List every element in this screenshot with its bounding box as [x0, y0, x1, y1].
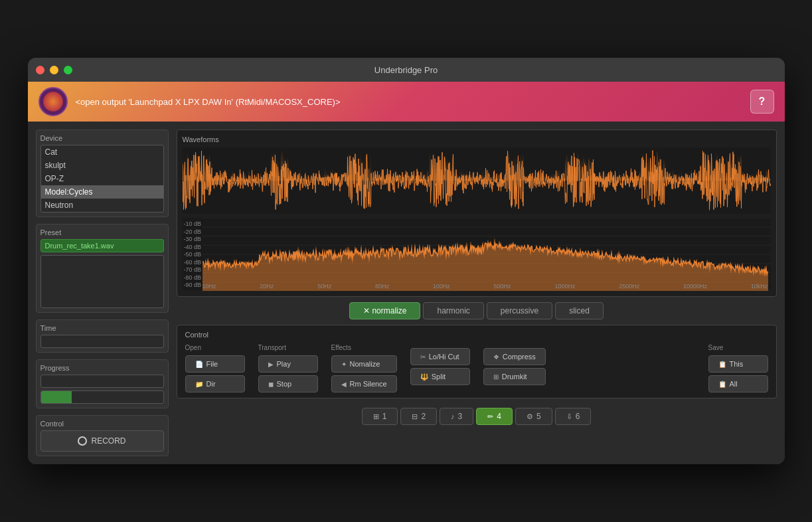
save-all-button[interactable]: 📋 All	[708, 375, 768, 392]
control-panel: Control Open 📄 File 📁 Dir	[177, 325, 777, 398]
control-group-effects3: ❖ Compress ⊞ Drumkit	[483, 344, 546, 385]
preset-section: Preset	[36, 224, 169, 313]
preset-label: Preset	[41, 228, 164, 236]
tab-4-label: 4	[497, 412, 501, 421]
record-label: RECORD	[91, 436, 125, 446]
device-item-neutron[interactable]: Neutron	[41, 199, 163, 212]
dir-button[interactable]: 📁 Dir	[185, 375, 245, 392]
time-section: Time	[36, 319, 169, 353]
normalize-button[interactable]: ✦ Nomalize	[331, 355, 397, 373]
header-bar: <open output 'Launchpad X LPX DAW In' (R…	[28, 82, 785, 122]
waveform-spectrum: -10 dB -20 dB -30 dB -40 dB -50 dB -60 d…	[183, 218, 771, 291]
control-group-effects: Effects ✦ Nomalize ◀ Rm Silence	[331, 344, 397, 392]
compress-icon: ❖	[493, 353, 499, 361]
save-this-button[interactable]: 📋 This	[708, 355, 768, 373]
tab-2[interactable]: ⊟ 2	[400, 408, 437, 425]
main-window: Underbridge Pro <open output 'Launchpad …	[28, 58, 785, 464]
tab-1-label: 1	[382, 412, 387, 421]
control-group-transport: Transport ▶ Play ◼ Stop	[258, 344, 318, 392]
tab-sliced[interactable]: sliced	[555, 302, 604, 319]
device-item-modelcycles[interactable]: Model:Cycles	[41, 185, 163, 199]
tab-3[interactable]: ♪ 3	[440, 408, 473, 425]
preset-input[interactable]	[41, 239, 164, 252]
split-button[interactable]: 🔱 Split	[410, 368, 470, 385]
dir-icon: 📁	[195, 381, 203, 388]
device-list: Cat skulpt OP-Z Model:Cycles Neutron	[41, 145, 164, 213]
waveform-canvas	[183, 147, 771, 214]
normalize-label: Nomalize	[350, 360, 380, 368]
main-content: Device Cat skulpt OP-Z Model:Cycles Neut…	[28, 122, 785, 464]
record-button[interactable]: RECORD	[41, 430, 164, 452]
play-icon: ▶	[268, 361, 274, 368]
tab-1-icon: ⊞	[373, 412, 379, 421]
progress-input[interactable]	[41, 375, 164, 388]
stop-label: Stop	[277, 380, 292, 388]
tab-5-label: 5	[536, 412, 541, 421]
play-button[interactable]: ▶ Play	[258, 355, 318, 373]
drumkit-button[interactable]: ⊞ Drumkit	[483, 368, 546, 385]
open-group-label: Open	[185, 344, 245, 351]
rm-silence-button[interactable]: ◀ Rm Silence	[331, 375, 397, 392]
left-panel: Device Cat skulpt OP-Z Model:Cycles Neut…	[36, 130, 169, 456]
tab-5[interactable]: ⚙ 5	[515, 408, 552, 425]
transport-group-label: Transport	[258, 344, 318, 351]
device-item-opz[interactable]: OP-Z	[41, 172, 163, 185]
tab-3-label: 3	[458, 412, 463, 421]
lohi-icon: ✂	[420, 353, 426, 361]
logo	[39, 87, 68, 116]
titlebar: Underbridge Pro	[28, 58, 785, 82]
file-label: File	[206, 360, 218, 368]
tab-6-icon: ⇩	[566, 412, 572, 421]
control-panel-label: Control	[185, 331, 768, 339]
save-all-icon: 📋	[718, 381, 726, 388]
tab-5-icon: ⚙	[527, 412, 533, 421]
logo-inner	[43, 92, 63, 112]
help-button[interactable]: ?	[750, 90, 774, 114]
left-control-section: Control RECORD	[36, 415, 169, 456]
tab-2-icon: ⊟	[412, 412, 418, 421]
tab-4-icon: ✏	[487, 412, 493, 421]
tab-4[interactable]: ✏ 4	[476, 408, 513, 425]
compress-button[interactable]: ❖ Compress	[483, 348, 546, 365]
split-icon: 🔱	[420, 373, 428, 381]
file-button[interactable]: 📄 File	[185, 355, 245, 373]
minimize-button[interactable]	[50, 66, 58, 74]
tab-2-label: 2	[421, 412, 426, 421]
device-section: Device Cat skulpt OP-Z Model:Cycles Neut…	[36, 130, 169, 217]
progress-bar-fill	[41, 391, 72, 403]
stop-icon: ◼	[268, 381, 274, 388]
tab-normalize[interactable]: ✕ normalize	[349, 302, 420, 319]
device-item-skulpt[interactable]: skulpt	[41, 159, 163, 172]
progress-label: Progress	[41, 364, 164, 372]
waveform-label: Waveforms	[183, 135, 771, 143]
stop-button[interactable]: ◼ Stop	[258, 375, 318, 392]
left-control-label: Control	[41, 420, 164, 428]
device-label: Device	[41, 134, 164, 142]
progress-section: Progress	[36, 359, 169, 408]
normalize-icon: ✦	[341, 361, 347, 368]
tab-6[interactable]: ⇩ 6	[555, 408, 592, 425]
file-icon: 📄	[195, 361, 203, 368]
close-button[interactable]	[36, 66, 44, 74]
time-input[interactable]	[41, 335, 164, 348]
lohi-cut-button[interactable]: ✂ Lo/Hi Cut	[410, 348, 470, 365]
maximize-button[interactable]	[64, 66, 72, 74]
device-item-cat[interactable]: Cat	[41, 145, 163, 159]
control-group-effects2: ✂ Lo/Hi Cut 🔱 Split	[410, 344, 470, 385]
spectrum-canvas	[183, 218, 771, 291]
drumkit-label: Drumkit	[502, 373, 527, 381]
play-label: Play	[277, 360, 291, 368]
save-this-icon: 📋	[718, 361, 726, 368]
bottom-tabs: ⊞ 1 ⊟ 2 ♪ 3 ✏ 4 ⚙ 5	[177, 404, 777, 428]
tab-1[interactable]: ⊞ 1	[362, 408, 398, 425]
tab-3-icon: ♪	[451, 412, 455, 420]
tab-6-label: 6	[576, 412, 580, 421]
right-panel: Waveforms -10 dB -20 dB -30 dB -40 dB -5…	[177, 130, 777, 456]
save-all-label: All	[730, 380, 738, 388]
control-groups: Open 📄 File 📁 Dir Transport	[185, 344, 768, 392]
compress-label: Compress	[503, 353, 536, 361]
rm-silence-label: Rm Silence	[350, 380, 387, 388]
tab-harmonic[interactable]: harmonic	[423, 302, 483, 319]
tab-percussive[interactable]: percussive	[487, 302, 552, 319]
rm-silence-icon: ◀	[341, 381, 347, 388]
